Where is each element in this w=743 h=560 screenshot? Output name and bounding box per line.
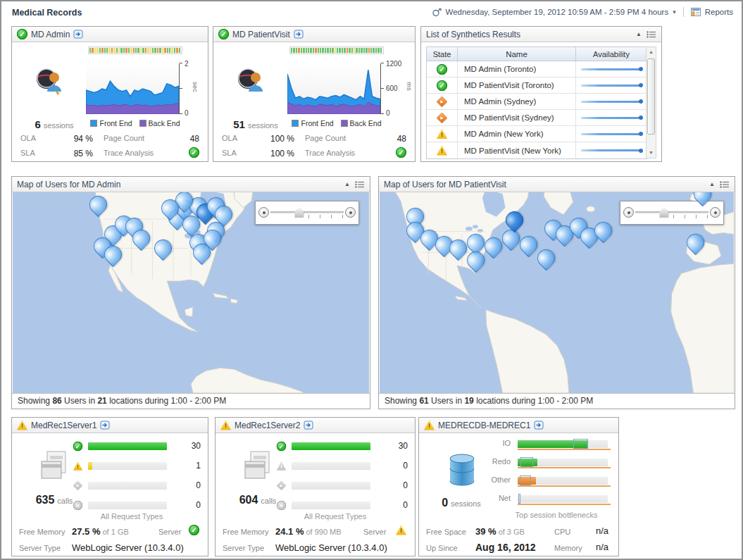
table-row[interactable]: MD PatientVisit (Sydney) — [427, 110, 647, 126]
trace-analysis-status-icon[interactable] — [396, 147, 406, 158]
collapse-icon[interactable]: ▲ — [709, 182, 715, 187]
zoom-in-button[interactable] — [345, 207, 356, 218]
zoom-slider-handle[interactable] — [294, 207, 304, 218]
heatstrip-segment — [176, 48, 177, 53]
map-canvas[interactable] — [380, 192, 734, 393]
alarm-heatstrip[interactable] — [88, 46, 182, 54]
map-zoom-slider[interactable] — [255, 201, 359, 225]
heatstrip-segment — [301, 48, 302, 53]
table-row[interactable]: MD PatientVisit (New York) — [427, 142, 647, 158]
status-icon — [436, 96, 447, 107]
panel-menu-icon[interactable] — [647, 30, 656, 39]
zoom-out-button[interactable] — [258, 207, 269, 218]
table-row[interactable]: MD Admin (Toronto) — [427, 61, 647, 77]
heatstrip-segment — [354, 48, 355, 53]
trace-analysis-status-icon[interactable] — [189, 147, 199, 158]
panel-medrecdb-medrec1: MEDRECDB-MEDREC1 0sessions IO Redo — [418, 417, 619, 556]
scroll-down-icon[interactable]: ▼ — [647, 148, 656, 158]
zoom-slider-track[interactable] — [270, 211, 344, 213]
request-bar — [88, 502, 167, 509]
trace-analysis-label: Trace Analysis — [305, 149, 355, 157]
availability-sparkline — [581, 117, 642, 119]
chart-legend: Front End Back End — [284, 119, 389, 127]
heatstrip-segment — [123, 48, 125, 53]
zoom-slider-ticks — [298, 215, 343, 218]
panel-menu-icon[interactable] — [355, 180, 365, 189]
heatstrip-segment — [94, 48, 96, 53]
y-axis-min: 0 — [386, 109, 390, 117]
time-window: 1:00 - 2:00 PM — [538, 396, 594, 406]
col-state[interactable]: State — [427, 47, 458, 61]
heatstrip-segment — [342, 48, 343, 53]
status-icon — [437, 80, 447, 91]
user-sessions-icon — [235, 66, 267, 99]
heatstrip-segment — [313, 48, 314, 53]
heatstrip-segment — [303, 48, 304, 53]
table-row[interactable]: MD Admin (Sydney) — [427, 94, 647, 110]
panel-menu-icon[interactable] — [720, 180, 730, 189]
panel-map-md-patientvisit: Map of Users for MD PatientVisit ▲ — [378, 176, 735, 409]
map-zoom-slider[interactable] — [620, 201, 724, 225]
scrollbar[interactable]: ▲ ▼ — [646, 46, 656, 158]
drilldown-icon[interactable] — [304, 421, 313, 430]
zoom-out-button[interactable] — [623, 207, 634, 218]
free-memory-value: 24.1 % — [275, 526, 304, 537]
zoom-slider-track[interactable] — [635, 211, 708, 213]
heatstrip-segment — [375, 48, 377, 53]
request-count: 30 — [177, 441, 201, 451]
bottleneck-bar — [518, 477, 608, 485]
col-name[interactable]: Name — [458, 47, 576, 61]
heatstrip-segment — [358, 48, 360, 53]
y-axis-unit: ms — [406, 82, 413, 91]
response-time-chart — [86, 63, 179, 114]
server-type-value: WebLogic Server (10.3.4.0) — [72, 542, 184, 553]
cpu-value: n/a — [596, 525, 608, 536]
col-availability[interactable]: Availability — [576, 50, 647, 58]
memory-value: n/a — [596, 542, 608, 552]
table-row[interactable]: MD Admin (New York) — [427, 126, 647, 142]
collapse-icon[interactable]: ▲ — [636, 32, 642, 37]
status-icon — [73, 480, 82, 490]
zoom-slider-handle[interactable] — [659, 207, 668, 218]
drilldown-icon[interactable] — [73, 30, 83, 39]
sla-label: SLA — [20, 149, 35, 157]
drilldown-icon[interactable] — [294, 30, 304, 39]
scroll-up-icon[interactable]: ▲ — [647, 47, 656, 57]
table-row[interactable]: MD PatientVisit (Toronto) — [427, 77, 647, 94]
status-icon — [73, 461, 83, 471]
status-ok-icon — [17, 29, 27, 39]
map-canvas[interactable] — [13, 192, 369, 393]
top-bar: Medical Records Wednesday, September 19,… — [1, 1, 742, 25]
ola-label: OLA — [222, 134, 237, 142]
collapse-icon[interactable]: ▲ — [344, 182, 350, 187]
heatstrip-segment — [92, 48, 93, 53]
heatstrip-segment — [150, 48, 151, 53]
server-type-value: WebLogic Server (10.3.4.0) — [275, 542, 387, 553]
status-icon — [73, 501, 83, 511]
scrollbar-thumb[interactable] — [647, 58, 655, 135]
chart-legend: Front End Back End — [82, 119, 188, 127]
legend-front-end: Front End — [301, 119, 333, 127]
chart-y-axis — [179, 63, 180, 114]
panel-md-patientvisit: MD PatientVisit 1200 600 0 ms 51sessions… — [213, 26, 416, 162]
status-icon — [277, 442, 287, 452]
heatstrip-segment — [356, 48, 357, 53]
heatstrip-segment — [298, 48, 299, 53]
drilldown-icon[interactable] — [534, 421, 544, 430]
sla-value: 100 % — [252, 149, 294, 158]
zoom-in-button[interactable] — [710, 207, 720, 218]
heatstrip-segment — [363, 48, 365, 53]
status-warning-icon — [17, 420, 27, 430]
server-status-icon — [396, 525, 406, 535]
drilldown-icon[interactable] — [100, 421, 110, 430]
reports-button[interactable]: Reports — [705, 8, 733, 16]
heatstrip-segment — [152, 48, 154, 53]
reports-icon — [691, 8, 701, 16]
heatstrip-segment — [308, 48, 309, 53]
chevron-down-icon[interactable]: ▾ — [673, 8, 676, 15]
panel-title: MedRec1Server2 — [235, 421, 300, 430]
time-range-selector[interactable]: Wednesday, September 19, 2012 10:59 AM -… — [446, 8, 669, 16]
heatstrip-segment — [104, 48, 106, 53]
status-icon — [277, 461, 287, 471]
alarm-heatstrip[interactable] — [289, 46, 384, 54]
